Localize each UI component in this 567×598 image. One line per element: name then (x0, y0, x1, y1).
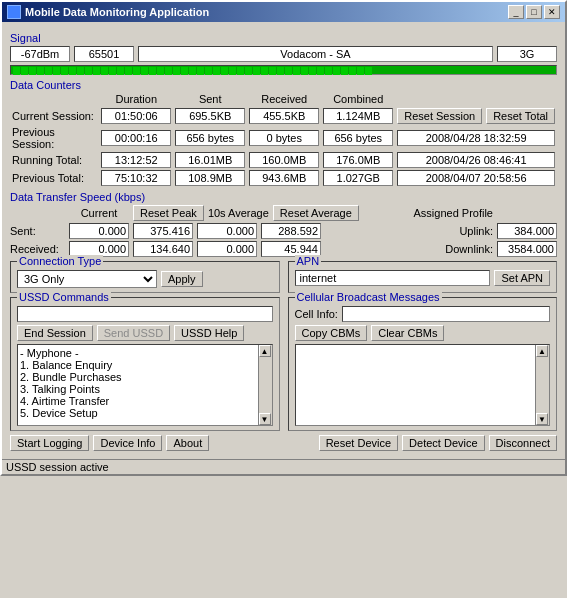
cell-info-input[interactable] (342, 306, 550, 322)
current-received: 455.5KB (249, 108, 319, 124)
col-received: Received (247, 93, 321, 107)
conn-type-label: Connection Type (17, 255, 103, 267)
signal-network: 3G (497, 46, 557, 62)
data-counters-section: Data Counters Duration Sent Received Com… (10, 79, 557, 187)
received-label: Received: (10, 243, 65, 255)
sent-current: 0.000 (69, 223, 129, 239)
downlink-value: 3584.000 (497, 241, 557, 257)
prev-total-combined: 1.027GB (323, 170, 393, 186)
cell-info-label: Cell Info: (295, 308, 338, 320)
main-content: Signal -67dBm 65501 Vodacom - SA 3G Data… (2, 22, 565, 459)
ussd-label: USSD Commands (17, 291, 111, 303)
prev-session-sent: 656 bytes (175, 130, 245, 146)
signal-code: 65501 (74, 46, 134, 62)
connection-type-group: Connection Type 3G Only 2G Only Automati… (10, 261, 280, 293)
col-sent: Sent (173, 93, 247, 107)
col-combined: Combined (321, 93, 395, 107)
cbm-group: Cellular Broadcast Messages Cell Info: C… (288, 297, 558, 431)
reset-average-button[interactable]: Reset Average (273, 205, 359, 221)
device-info-button[interactable]: Device Info (93, 435, 162, 451)
sent-10savg: 0.000 (197, 223, 257, 239)
prev-session-combined: 656 bytes (323, 130, 393, 146)
received-peak: 134.640 (133, 241, 193, 257)
ussd-cbm-row: USSD Commands End Session Send USSD USSD… (10, 297, 557, 431)
current-combined: 1.124MB (323, 108, 393, 124)
end-session-button[interactable]: End Session (17, 325, 93, 341)
signal-dbm: -67dBm (10, 46, 70, 62)
10s-avg-label: 10s Average (208, 207, 269, 219)
uplink-value: 384.000 (497, 223, 557, 239)
sent-peak: 375.416 (133, 223, 193, 239)
ussd-help-button[interactable]: USSD Help (174, 325, 244, 341)
running-combined: 176.0MB (323, 152, 393, 168)
ussd-group: USSD Commands End Session Send USSD USSD… (10, 297, 280, 431)
scroll-up-icon[interactable]: ▲ (259, 345, 271, 357)
reset-device-button[interactable]: Reset Device (319, 435, 398, 451)
conn-apn-row: Connection Type 3G Only 2G Only Automati… (10, 261, 557, 293)
bottom-buttons-right: Reset Device Detect Device Disconnect (319, 435, 557, 451)
current-sent: 695.5KB (175, 108, 245, 124)
cbm-textarea-wrap: ▲ ▼ (295, 344, 551, 426)
close-button[interactable]: ✕ (544, 5, 560, 19)
table-row: Previous Total: 75:10:32 108.9MB 943.6MB… (10, 169, 557, 187)
cbm-textarea[interactable] (296, 345, 536, 425)
speed-header-row: Current Reset Peak 10s Average Reset Ave… (10, 205, 557, 221)
signal-bar (10, 65, 557, 75)
copy-cbms-button[interactable]: Copy CBMs (295, 325, 368, 341)
running-received: 160.0MB (249, 152, 319, 168)
apn-row: Set APN (295, 270, 551, 286)
ussd-scrollbar: ▲ ▼ (258, 345, 272, 425)
apn-input[interactable] (295, 270, 491, 286)
start-logging-button[interactable]: Start Logging (10, 435, 89, 451)
titlebar-left: Mobile Data Monitoring Application (7, 5, 209, 19)
bottom-buttons: Start Logging Device Info About Reset De… (10, 435, 557, 451)
reset-total-button[interactable]: Reset Total (486, 108, 555, 124)
sent-label: Sent: (10, 225, 65, 237)
scroll-down-icon[interactable]: ▼ (259, 413, 271, 425)
cbm-label: Cellular Broadcast Messages (295, 291, 442, 303)
ussd-textarea[interactable] (18, 345, 258, 425)
window-title: Mobile Data Monitoring Application (25, 6, 209, 18)
signal-provider: Vodacom - SA (138, 46, 493, 62)
apply-button[interactable]: Apply (161, 271, 203, 287)
titlebar-buttons: _ □ ✕ (508, 5, 560, 19)
set-apn-button[interactable]: Set APN (494, 270, 550, 286)
ussd-input[interactable] (17, 306, 273, 322)
cbm-buttons: Copy CBMs Clear CBMs (295, 325, 551, 341)
counters-table: Duration Sent Received Combined Current … (10, 93, 557, 187)
col-duration: Duration (99, 93, 173, 107)
prev-session-datetime: 2008/04/28 18:32:59 (397, 130, 555, 146)
cell-info-row: Cell Info: (295, 306, 551, 322)
speed-sent-row: Sent: 0.000 375.416 0.000 288.592 Uplink… (10, 223, 557, 239)
cbm-scrollbar: ▲ ▼ (535, 345, 549, 425)
speed-section: Data Transfer Speed (kbps) Current Reset… (10, 191, 557, 257)
data-counters-label: Data Counters (10, 79, 557, 91)
bottom-buttons-left: Start Logging Device Info About (10, 435, 209, 451)
clear-cbms-button[interactable]: Clear CBMs (371, 325, 444, 341)
minimize-button[interactable]: _ (508, 5, 524, 19)
speed-label: Data Transfer Speed (kbps) (10, 191, 557, 203)
row-label-prev-session: Previous Session: (12, 126, 55, 150)
main-window: Mobile Data Monitoring Application _ □ ✕… (0, 0, 567, 476)
prev-total-received: 943.6MB (249, 170, 319, 186)
reset-peak-button[interactable]: Reset Peak (133, 205, 204, 221)
running-duration: 13:12:52 (101, 152, 171, 168)
connection-type-select[interactable]: 3G Only 2G Only Automatic (17, 270, 157, 288)
reset-session-button[interactable]: Reset Session (397, 108, 482, 124)
cbm-scroll-up-icon[interactable]: ▲ (536, 345, 548, 357)
row-label-running: Running Total: (12, 154, 82, 166)
conn-type-row: 3G Only 2G Only Automatic Apply (17, 270, 273, 288)
titlebar: Mobile Data Monitoring Application _ □ ✕ (2, 2, 565, 22)
about-button[interactable]: About (166, 435, 209, 451)
send-ussd-button[interactable]: Send USSD (97, 325, 170, 341)
prev-total-datetime: 2008/04/07 20:58:56 (397, 170, 555, 186)
disconnect-button[interactable]: Disconnect (489, 435, 557, 451)
cbm-scroll-down-icon[interactable]: ▼ (536, 413, 548, 425)
received-10savg: 0.000 (197, 241, 257, 257)
speed-col-current: Current (69, 207, 129, 219)
prev-session-received: 0 bytes (249, 130, 319, 146)
row-label-prev-total: Previous Total: (12, 172, 84, 184)
running-sent: 16.01MB (175, 152, 245, 168)
maximize-button[interactable]: □ (526, 5, 542, 19)
detect-device-button[interactable]: Detect Device (402, 435, 484, 451)
